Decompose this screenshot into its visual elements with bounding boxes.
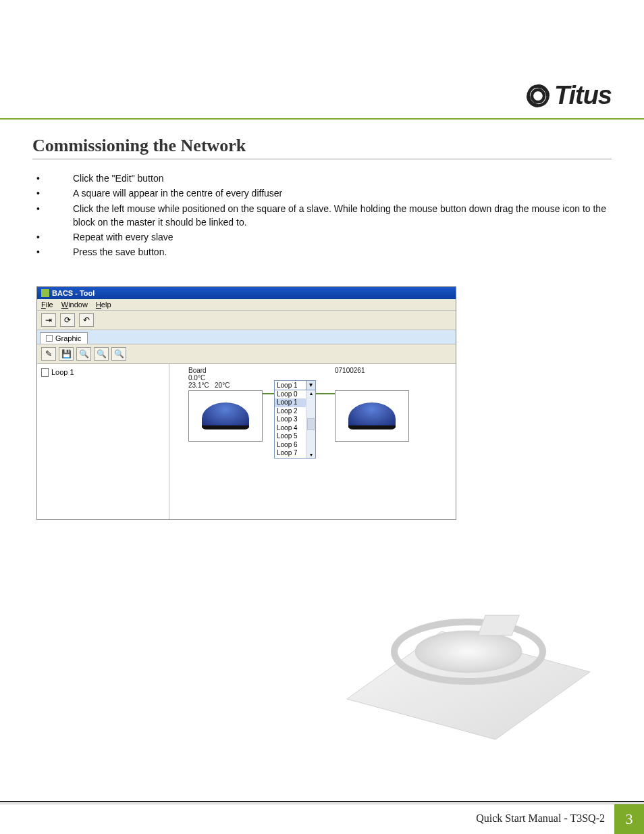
zoom-fit-button[interactable]: 🔍 bbox=[111, 347, 126, 361]
menu-window[interactable]: Window bbox=[61, 301, 88, 309]
page-footer: Quick Start Manual - T3SQ-2 3 bbox=[0, 801, 644, 834]
dropdown-option[interactable]: Loop 3 bbox=[275, 415, 306, 424]
tree-item-loop1[interactable]: Loop 1 bbox=[41, 368, 165, 377]
diffuser-master[interactable]: Board 0.0°C 23.1°C 20°C bbox=[188, 367, 263, 442]
tab-label: Graphic bbox=[55, 334, 82, 342]
header-divider bbox=[0, 118, 644, 120]
product-render bbox=[306, 550, 603, 753]
dropdown-option[interactable]: Loop 4 bbox=[275, 424, 306, 433]
graphic-toolbar: ✎ 💾 🔍 🔍 🔍 bbox=[37, 344, 456, 364]
main-toolbar: ⇥ ⟳ ↶ bbox=[37, 311, 456, 330]
instruction-item: •Press the save button. bbox=[32, 245, 612, 259]
tab-graphic[interactable]: Graphic bbox=[40, 332, 88, 344]
zoom-out-button[interactable]: 🔍 bbox=[94, 347, 109, 361]
menu-bar[interactable]: File Window Help bbox=[37, 299, 456, 311]
window-titlebar: BACS - Tool bbox=[37, 287, 456, 299]
page-header: Titus bbox=[32, 0, 612, 110]
tab-icon bbox=[46, 335, 53, 342]
dropdown-option[interactable]: Loop 6 bbox=[275, 441, 306, 450]
diffuser-icon bbox=[202, 402, 249, 429]
save-button[interactable]: 💾 bbox=[59, 347, 74, 361]
dropdown-option[interactable]: Loop 5 bbox=[275, 432, 306, 441]
dropdown-option[interactable]: Loop 0 bbox=[275, 390, 306, 399]
tab-row: Graphic bbox=[37, 330, 456, 344]
instruction-item: •Click the left mouse while positioned o… bbox=[32, 202, 612, 230]
edit-button[interactable]: ✎ bbox=[41, 347, 56, 361]
footer-text: Quick Start Manual - T3SQ-2 bbox=[476, 804, 614, 834]
scroll-down-icon[interactable]: ▾ bbox=[306, 452, 315, 458]
svg-rect-3 bbox=[478, 615, 519, 635]
diffuser-label: Board 0.0°C 23.1°C 20°C bbox=[188, 367, 263, 389]
page-number: 3 bbox=[614, 804, 644, 834]
diffuser-icon bbox=[348, 402, 396, 429]
dropdown-selected[interactable]: Loop 1 bbox=[275, 381, 306, 390]
app-screenshot: BACS - Tool File Window Help ⇥ ⟳ ↶ Graph… bbox=[36, 286, 456, 520]
refresh-button[interactable]: ⟳ bbox=[60, 313, 75, 327]
brand-text: Titus bbox=[554, 81, 612, 110]
zoom-in-button[interactable]: 🔍 bbox=[76, 347, 91, 361]
instruction-item: •Repeat with every slave bbox=[32, 230, 612, 244]
svg-point-2 bbox=[416, 631, 521, 672]
dropdown-list[interactable]: Loop 0 Loop 1 Loop 2 Loop 3 Loop 4 Loop … bbox=[274, 390, 316, 459]
brand-logo: Titus bbox=[526, 81, 612, 110]
tree-item-label: Loop 1 bbox=[51, 368, 74, 376]
section-title: Commissioning the Network bbox=[32, 136, 612, 159]
loop-dropdown[interactable]: Loop 1 ▾ Loop 0 Loop 1 Loop 2 Loop 3 Loo… bbox=[274, 380, 316, 459]
tree-panel: Loop 1 bbox=[37, 364, 169, 519]
dropdown-option[interactable]: Loop 2 bbox=[275, 407, 306, 416]
undo-button[interactable]: ↶ bbox=[79, 313, 94, 327]
dropdown-option[interactable]: Loop 7 bbox=[275, 449, 306, 458]
menu-help[interactable]: Help bbox=[96, 301, 111, 309]
menu-file[interactable]: File bbox=[41, 301, 53, 309]
scroll-thumb[interactable] bbox=[307, 418, 315, 430]
diffuser-slave[interactable]: 07100261 bbox=[335, 367, 409, 442]
app-icon bbox=[41, 289, 49, 297]
scroll-up-icon[interactable]: ▴ bbox=[306, 390, 315, 396]
dropdown-option[interactable]: Loop 1 bbox=[275, 398, 306, 407]
graphic-canvas[interactable]: Board 0.0°C 23.1°C 20°C 07100261 Loop 1 bbox=[169, 364, 456, 519]
window-title: BACS - Tool bbox=[52, 289, 95, 297]
chevron-down-icon[interactable]: ▾ bbox=[306, 381, 315, 390]
instruction-item: •Click the "Edit" button bbox=[32, 172, 612, 185]
swirl-icon bbox=[526, 84, 550, 108]
instruction-list: •Click the "Edit" button •A square will … bbox=[32, 172, 612, 259]
instruction-item: •A square will appear in the centre of e… bbox=[32, 186, 612, 200]
diffuser-label: 07100261 bbox=[335, 367, 409, 389]
scrollbar[interactable]: ▴ ▾ bbox=[306, 390, 315, 458]
connect-button[interactable]: ⇥ bbox=[41, 313, 56, 327]
document-icon bbox=[41, 368, 49, 377]
